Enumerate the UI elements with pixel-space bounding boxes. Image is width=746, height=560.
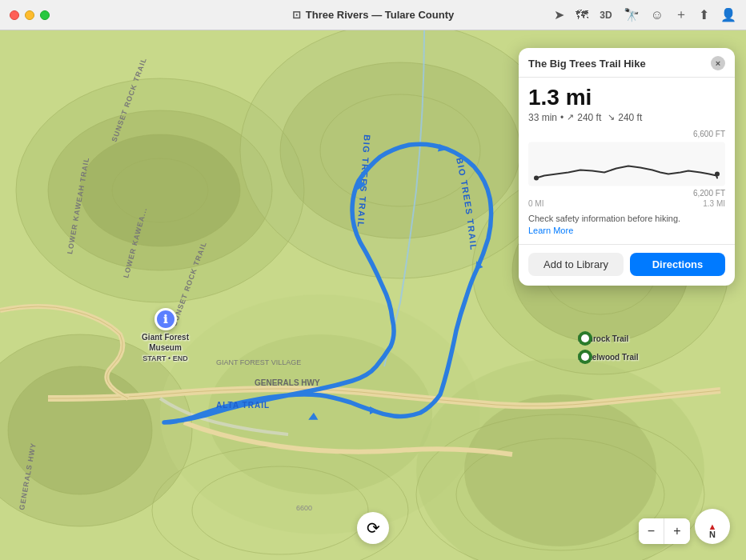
down-arrow-icon: ↘ [608,112,615,122]
tracking-button[interactable]: ⟳ [357,512,389,544]
svg-text:GIANT FOREST VILLAGE: GIANT FOREST VILLAGE [216,358,301,366]
location-marker: ℹ Giant ForestMuseum START • END [142,308,189,364]
elevation-chart: 6,600 FT 6,200 FT 0 MI 1.3 M [528,130,725,208]
zoom-in-button[interactable]: + [664,518,690,544]
maximize-button[interactable] [40,10,50,20]
trail-marker-dot-2 [578,350,592,364]
learn-more-link[interactable]: Learn More [528,226,573,235]
navigation-icon[interactable]: ➤ [554,7,564,22]
panel-buttons: Add to Library Directions [519,244,735,286]
svg-rect-46 [528,142,725,186]
title-bar: ⊡ Three Rivers — Tulare County ➤ 🗺 3D 🔭 … [0,0,746,30]
svg-text:GENERALS HWY: GENERALS HWY [255,378,320,387]
window-title: Three Rivers — Tulare County [306,9,454,21]
close-button[interactable]: × [711,56,725,70]
3d-icon[interactable]: 3D [600,10,612,21]
share-icon[interactable]: ⬆ [699,7,709,22]
directions-button[interactable]: Directions [630,253,725,276]
compass-n-label: N [709,530,716,539]
safety-text: Check safety information before hiking. … [528,213,725,238]
account-icon[interactable]: 👤 [720,7,736,22]
marker-icon: ℹ [154,308,177,330]
svg-point-47 [534,175,539,180]
plus-icon[interactable]: ＋ [675,6,688,23]
svg-point-5 [280,62,520,238]
svg-point-13 [464,394,656,546]
zoom-controls: − + [639,518,690,544]
map-container[interactable]: BIO TREES TRAIL BIG TREES TRAIL SUNSET R… [0,30,746,560]
add-to-library-button[interactable]: Add to Library [528,253,624,276]
svg-point-48 [715,171,720,176]
window-title-area: ⊡ Three Rivers — Tulare County [292,9,454,21]
face-icon[interactable]: ☺ [651,8,664,22]
svg-text:6600: 6600 [296,504,312,512]
close-button[interactable] [10,10,19,20]
traffic-lights [10,10,50,20]
panel-title: The Big Trees Trail Hike [528,58,646,70]
chart-labels: 0 MI 1.3 MI [528,199,725,208]
elevation-chart-svg [528,140,725,188]
elevation-low-label: 6,200 FT [693,189,725,198]
time-stat: 33 min [528,112,557,123]
panel-body: 1.3 mi 33 min • ↗ 240 ft ↘ 240 ft 6,600 … [519,78,735,238]
stats-row: 33 min • ↗ 240 ft ↘ 240 ft [528,112,725,123]
location-name: Giant ForestMuseum START • END [142,332,189,364]
chart-end-label: 1.3 MI [703,199,725,208]
elevation-high-label: 6,600 FT [693,130,725,138]
info-panel: The Big Trees Trail Hike × 1.3 mi 33 min… [519,48,735,286]
trail-marker-dot [578,331,592,346]
distance-display: 1.3 mi [528,86,725,110]
svg-point-3 [80,134,240,246]
svg-text:ALTA TRAIL: ALTA TRAIL [216,401,270,410]
panel-header: The Big Trees Trail Hike × [519,48,735,78]
binoculars-icon[interactable]: 🔭 [624,7,640,22]
tracking-icon: ⟳ [367,518,380,538]
zoom-out-button[interactable]: − [639,518,664,544]
compass[interactable]: ▲ N [695,509,730,544]
elevation-down: 240 ft [618,112,642,123]
map-icon[interactable]: 🗺 [576,8,588,22]
minimize-button[interactable] [25,10,34,20]
elevation-up: 240 ft [577,112,601,123]
chart-start-label: 0 MI [528,199,543,208]
up-arrow-icon: ↗ [567,112,574,122]
toolbar-icons: ➤ 🗺 3D 🔭 ☺ ＋ ⬆ 👤 [554,6,736,23]
